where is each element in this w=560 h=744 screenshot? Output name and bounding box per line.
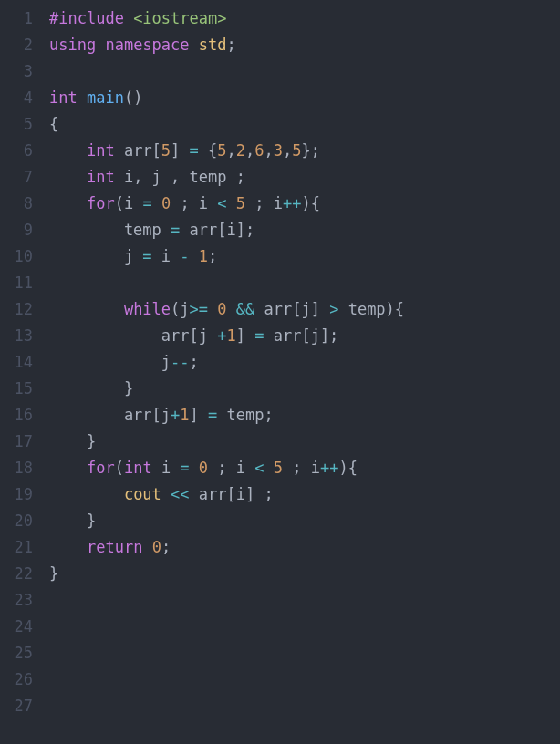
token: 5	[217, 141, 226, 160]
code-line[interactable]: j = i - 1;	[49, 243, 560, 270]
token: int	[87, 141, 115, 160]
token	[264, 459, 274, 477]
token: <	[217, 194, 226, 212]
code-line[interactable]: j--;	[49, 349, 560, 376]
code-line[interactable]	[49, 270, 560, 296]
line-number: 24	[0, 614, 33, 640]
code-line[interactable]: int main()	[49, 85, 560, 111]
token: j	[49, 353, 171, 371]
token	[208, 300, 217, 318]
token: 1	[199, 247, 208, 265]
code-line[interactable]: while(j>= 0 && arr[j] > temp){	[49, 296, 560, 323]
line-number: 22	[0, 561, 33, 587]
line-number: 27	[0, 693, 33, 719]
token: 1	[180, 406, 189, 424]
code-line[interactable]	[49, 693, 560, 719]
token: };	[302, 141, 320, 160]
line-number: 13	[0, 323, 33, 349]
token: 5	[236, 194, 245, 212]
token: using	[49, 36, 96, 54]
code-line[interactable]	[49, 666, 560, 693]
token: temp){	[338, 300, 404, 318]
code-line[interactable]: }	[49, 508, 560, 534]
token	[190, 459, 199, 477]
token: #include	[49, 9, 133, 27]
token	[49, 141, 87, 160]
token: arr[	[115, 141, 161, 160]
line-number: 14	[0, 349, 33, 376]
code-line[interactable]: int i, j , temp ;	[49, 164, 560, 191]
token: 5	[161, 141, 171, 160]
token: ,	[245, 141, 254, 160]
token: arr[j	[49, 406, 171, 424]
token	[49, 485, 124, 503]
token: while	[124, 300, 171, 318]
code-line[interactable]: }	[49, 561, 560, 587]
token: ;	[190, 353, 199, 371]
token: {	[199, 141, 217, 160]
token: arr[j	[49, 326, 217, 345]
line-number: 25	[0, 640, 33, 666]
token: 0	[161, 194, 171, 212]
code-line[interactable]: for(i = 0 ; i < 5 ; i++){	[49, 191, 560, 217]
line-number: 2	[0, 32, 33, 58]
code-line[interactable]: return 0;	[49, 534, 560, 561]
token: ; i	[171, 194, 217, 212]
token: ;	[161, 538, 171, 556]
code-line[interactable]: temp = arr[i];	[49, 217, 560, 243]
code-area[interactable]: #include <iostream>using namespace std; …	[49, 5, 560, 744]
code-line[interactable]: }	[49, 376, 560, 402]
token: }	[49, 512, 96, 530]
line-number: 4	[0, 85, 33, 111]
code-line[interactable]: using namespace std;	[49, 32, 560, 58]
code-line[interactable]: arr[j+1] = temp;	[49, 402, 560, 429]
token: 6	[254, 141, 264, 160]
token	[190, 247, 199, 265]
line-number: 19	[0, 481, 33, 508]
line-number: 15	[0, 376, 33, 402]
token: ++	[283, 194, 301, 212]
line-number: 21	[0, 534, 33, 561]
token: arr[i];	[180, 221, 254, 239]
code-line[interactable]	[49, 58, 560, 85]
token: <<	[171, 485, 189, 503]
code-line[interactable]: }	[49, 429, 560, 455]
token: ;	[227, 36, 236, 54]
token: std	[199, 36, 227, 54]
code-line[interactable]: arr[j +1] = arr[j];	[49, 323, 560, 349]
code-editor[interactable]: 1234567891011121314151617181920212223242…	[0, 5, 560, 744]
code-line[interactable]	[49, 614, 560, 640]
token	[78, 88, 87, 107]
code-line[interactable]: #include <iostream>	[49, 5, 560, 32]
token: int	[49, 88, 78, 107]
line-number: 7	[0, 164, 33, 191]
line-number: 10	[0, 243, 33, 270]
token	[49, 459, 87, 477]
line-number: 11	[0, 270, 33, 296]
code-line[interactable]	[49, 587, 560, 614]
token: arr[j];	[264, 326, 338, 345]
token: arr[j]	[254, 300, 329, 318]
token: ,	[283, 141, 292, 160]
token: 0	[199, 459, 208, 477]
token: }	[49, 379, 133, 398]
token	[49, 194, 87, 212]
token: 2	[236, 141, 245, 160]
code-line[interactable]: {	[49, 111, 560, 138]
token: {	[49, 115, 58, 133]
token: 5	[274, 459, 283, 477]
token: ){	[338, 459, 357, 477]
token: for	[87, 459, 115, 477]
code-line[interactable]: for(int i = 0 ; i < 5 ; i++){	[49, 455, 560, 481]
token: ; i	[245, 194, 283, 212]
token: namespace	[105, 36, 189, 54]
token	[190, 36, 199, 54]
line-number: 12	[0, 296, 33, 323]
token: ]	[171, 141, 189, 160]
token: temp	[49, 221, 171, 239]
code-line[interactable]: cout << arr[i] ;	[49, 481, 560, 508]
token: 0	[152, 538, 161, 556]
token: =	[180, 459, 189, 477]
code-line[interactable]: int arr[5] = {5,2,6,3,5};	[49, 138, 560, 164]
code-line[interactable]	[49, 640, 560, 666]
